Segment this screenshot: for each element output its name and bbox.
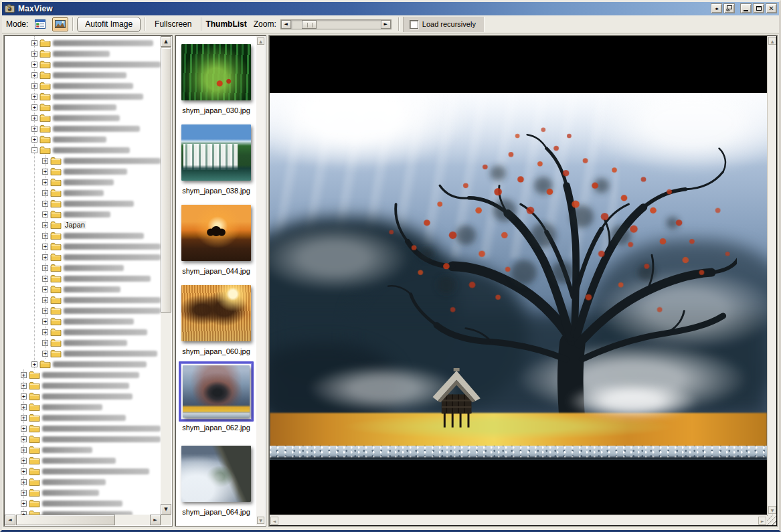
tree-expander-icon[interactable]: + (31, 94, 37, 100)
tree-expander-icon[interactable]: + (21, 404, 27, 410)
tree-expander-icon[interactable]: + (42, 190, 48, 196)
folder-tree[interactable]: + + (5, 36, 161, 515)
tree-expander-icon[interactable]: + (21, 436, 27, 442)
tree-vertical-scrollbar[interactable]: ▲ ▼ (161, 36, 171, 515)
tree-row[interactable]: + (5, 466, 161, 476)
thumbnail-zoom-slider[interactable]: ◄ ► (280, 19, 392, 29)
folder-label-redacted[interactable] (64, 297, 161, 303)
tree-expander-icon[interactable]: + (42, 179, 48, 185)
thumbnail-image[interactable] (181, 124, 251, 181)
tree-row[interactable]: + (5, 209, 161, 219)
tree-expander-icon[interactable]: + (42, 222, 48, 228)
folder-label-redacted[interactable] (53, 115, 120, 121)
thumbnail-item[interactable]: shym_japan_038.jpg (176, 120, 256, 201)
tree-expander-icon[interactable]: + (42, 297, 48, 303)
thumblist-scrollbar[interactable]: ▲ ▼ (256, 36, 265, 525)
tree-expander-icon[interactable]: + (42, 286, 48, 292)
tree-expander-icon[interactable]: + (31, 126, 37, 132)
main-horizontal-scrollbar[interactable]: ◄ ► (270, 515, 767, 525)
collapse-icon[interactable]: ◂▸ (711, 3, 722, 13)
zoom-slider-left-arrow-icon[interactable]: ◄ (281, 20, 291, 29)
tree-expander-icon[interactable]: + (21, 468, 27, 474)
scroll-down-arrow-icon[interactable]: ▼ (257, 517, 264, 524)
folder-label-redacted[interactable] (64, 329, 147, 335)
tree-expander-icon[interactable]: + (21, 393, 27, 400)
tree-row[interactable]: + (5, 241, 161, 252)
tree-expander-icon[interactable]: + (21, 415, 27, 421)
tree-row[interactable]: + (5, 359, 161, 369)
tree-row[interactable]: + (5, 198, 161, 209)
tree-row[interactable]: + (5, 230, 161, 241)
tree-expander-icon[interactable]: + (21, 383, 27, 389)
folder-label-redacted[interactable] (53, 361, 147, 367)
tree-row[interactable]: + (5, 273, 161, 284)
thumbnail-image[interactable] (181, 205, 251, 261)
folder-label[interactable]: Japan (64, 221, 86, 229)
tree-row[interactable]: + (5, 112, 161, 123)
tree-row[interactable]: + (5, 316, 161, 327)
image-viewport[interactable] (270, 36, 767, 515)
folder-label-redacted[interactable] (42, 393, 133, 400)
scroll-down-arrow-icon[interactable]: ▼ (768, 506, 776, 514)
tree-row[interactable]: + (5, 412, 161, 423)
tree-row[interactable]: + (5, 70, 161, 80)
titlebar[interactable]: MaxView ◂▸ ✕ (2, 2, 779, 15)
folder-label-redacted[interactable] (42, 458, 116, 464)
thumbnail-item[interactable]: shym_japan_064.jpg (176, 442, 256, 522)
tree-expander-icon[interactable]: + (21, 490, 27, 496)
tree-row[interactable]: + (5, 509, 161, 515)
tree-expander-icon[interactable]: + (31, 62, 37, 68)
tree-expander-icon[interactable]: - (31, 147, 37, 153)
folder-label-redacted[interactable] (64, 351, 157, 357)
tree-row[interactable]: + (5, 284, 161, 294)
tree-row[interactable]: + (5, 337, 161, 348)
tree-expander-icon[interactable]: + (42, 265, 48, 271)
scroll-up-arrow-icon[interactable]: ▲ (768, 37, 776, 45)
folder-label-redacted[interactable] (53, 137, 106, 143)
close-icon[interactable]: ✕ (766, 3, 777, 13)
thumbnail-image[interactable] (181, 285, 251, 341)
scroll-up-arrow-icon[interactable]: ▲ (161, 36, 171, 47)
tree-row[interactable]: + (5, 402, 161, 412)
tree-expander-icon[interactable]: + (42, 158, 48, 164)
tree-expander-icon[interactable]: + (21, 501, 27, 507)
thumbnail-item[interactable]: shym_japan_062.jpg (176, 361, 256, 442)
tree-hscroll-thumb[interactable] (16, 515, 115, 525)
tree-row[interactable]: + (5, 48, 161, 59)
tree-expander-icon[interactable]: + (21, 372, 27, 378)
folder-label-redacted[interactable] (42, 426, 161, 432)
tree-row[interactable]: + (5, 91, 161, 102)
folder-label-redacted[interactable] (64, 179, 114, 185)
send-to-tray-icon[interactable] (723, 3, 735, 13)
tree-row[interactable]: + (5, 423, 161, 434)
folder-label-redacted[interactable] (64, 233, 144, 239)
folder-label-redacted[interactable] (42, 468, 149, 474)
thumbnail-image[interactable] (183, 365, 250, 418)
folder-label-redacted[interactable] (53, 104, 116, 110)
tree-expander-icon[interactable]: + (42, 319, 48, 325)
folder-label-redacted[interactable] (53, 72, 126, 78)
tree-expander-icon[interactable]: + (31, 51, 37, 57)
folder-label-redacted[interactable] (64, 265, 124, 271)
tree-row[interactable]: + (5, 476, 161, 487)
tree-row[interactable]: + (5, 348, 161, 359)
tree-row[interactable]: + (5, 187, 161, 198)
tree-row[interactable]: + (5, 294, 161, 305)
scroll-right-arrow-icon[interactable]: ► (150, 515, 161, 525)
resize-grip[interactable] (767, 515, 776, 525)
folder-label-redacted[interactable] (64, 244, 161, 250)
folder-label-redacted[interactable] (53, 51, 110, 57)
tree-horizontal-scrollbar[interactable]: ◄ ► (5, 515, 161, 525)
folder-label-redacted[interactable] (64, 190, 104, 196)
tree-row[interactable]: + (5, 305, 161, 316)
minimize-icon[interactable] (740, 3, 752, 13)
folder-label-redacted[interactable] (64, 254, 161, 260)
tree-expander-icon[interactable]: + (31, 361, 37, 367)
tree-expander-icon[interactable]: + (42, 211, 48, 217)
folder-label-redacted[interactable] (42, 372, 139, 378)
scroll-right-arrow-icon[interactable]: ► (758, 517, 766, 525)
thumbnail-item[interactable]: shym_japan_060.jpg (176, 281, 256, 361)
thumbnail-list[interactable]: shym_japan_030.jpg shym_japan_038.jpg sh… (176, 36, 256, 525)
tree-row[interactable]: + (5, 455, 161, 466)
tree-expander-icon[interactable]: + (42, 244, 48, 250)
